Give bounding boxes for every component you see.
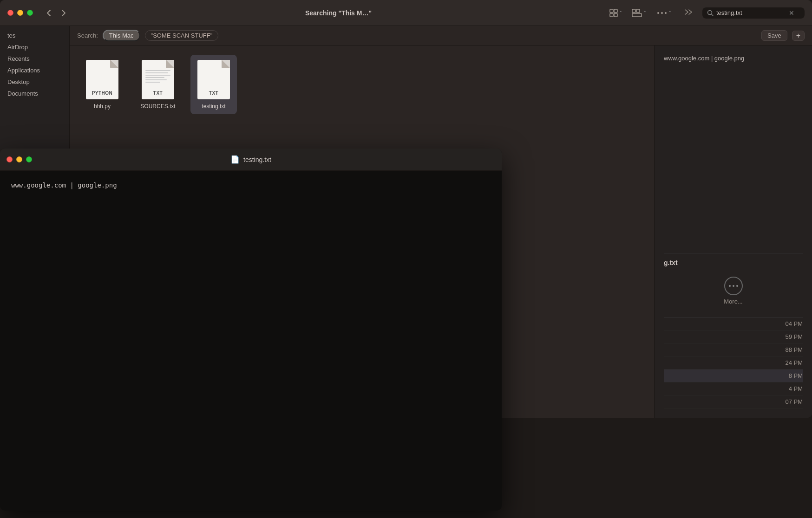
time-row-3: 24 PM [664, 356, 803, 369]
editor-content[interactable]: www.google.com | google.png [0, 171, 502, 511]
time-row-6: 07 PM [664, 395, 803, 408]
search-bar: ✕ [702, 7, 805, 19]
file-name-hhh: hhh.py [94, 103, 111, 110]
time-row-2: 88 PM [664, 343, 803, 356]
file-name-sources: SOURCES.txt [140, 103, 175, 110]
finder-window-title: Searching "This M…" [76, 9, 601, 17]
finder-close-button[interactable] [7, 10, 13, 16]
time-row-5: 4 PM [664, 382, 803, 395]
scope-add-button[interactable]: + [792, 31, 805, 41]
svg-point-11 [729, 285, 731, 287]
scope-this-mac-button[interactable]: This Mac [103, 30, 140, 41]
svg-rect-3 [614, 13, 617, 17]
finder-maximize-button[interactable] [27, 10, 33, 16]
search-clear-button[interactable]: ✕ [789, 9, 794, 17]
file-icon-hhh: PYTHON [84, 58, 121, 100]
editor-title: 📄 testing.txt [230, 155, 271, 164]
preview-lower: g.txt More... [664, 253, 803, 408]
search-icon [707, 10, 714, 16]
more-circle-icon [724, 277, 743, 295]
svg-point-13 [736, 285, 738, 287]
sidebar-item-airdrop[interactable]: AirDrop [0, 41, 69, 53]
sidebar-item-applications[interactable]: Applications [0, 65, 69, 76]
forward-all-button[interactable] [681, 7, 697, 19]
view-controls: ⌃ ⌃ ⌃ [607, 7, 675, 19]
more-chevron-icon: ⌃ [668, 10, 672, 15]
svg-rect-1 [614, 9, 617, 13]
file-icon-sources: TXT [139, 58, 177, 100]
icon-view-button[interactable]: ⌃ [607, 7, 625, 19]
editor-text: www.google.com | google.png [11, 180, 491, 190]
more-options-button[interactable]: ⌃ [653, 8, 675, 17]
text-editor-window: 📄 testing.txt www.google.com | google.pn… [0, 149, 502, 511]
gallery-view-button[interactable]: ⌃ [629, 7, 649, 19]
forward-button[interactable] [57, 6, 70, 19]
sidebar-item-documents[interactable]: Documents [0, 88, 69, 99]
preview-lower-filename: g.txt [664, 259, 803, 266]
time-list: 04 PM 59 PM 88 PM 24 PM 8 PM 4 PM 07 PM [664, 317, 803, 408]
view-chevron-icon: ⌃ [619, 10, 622, 15]
svg-rect-5 [636, 9, 640, 13]
preview-file-info: www.google.com | google.png [664, 55, 803, 62]
svg-point-12 [733, 285, 734, 287]
finder-minimize-button[interactable] [17, 10, 23, 16]
time-row-1: 59 PM [664, 330, 803, 343]
file-item-testing[interactable]: TXT testing.txt [190, 55, 237, 114]
editor-maximize-button[interactable] [26, 156, 32, 162]
svg-rect-4 [632, 9, 635, 13]
svg-rect-2 [610, 13, 613, 17]
svg-point-8 [661, 12, 663, 14]
back-button[interactable] [42, 6, 55, 19]
file-name-testing: testing.txt [202, 103, 225, 110]
svg-point-9 [665, 12, 667, 14]
editor-traffic-lights [7, 156, 32, 162]
sidebar-item-desktop[interactable]: Desktop [0, 76, 69, 88]
finder-traffic-lights [7, 10, 33, 16]
search-label: Search: [77, 32, 98, 39]
search-input[interactable] [716, 9, 786, 16]
finder-toolbar: Searching "This M…" ⌃ ⌃ [0, 0, 812, 26]
preview-more-button[interactable]: More... [664, 272, 803, 310]
doc-lines [145, 70, 170, 83]
search-scope-bar: Search: This Mac "SOME SCAN STUFF" Save … [70, 26, 812, 45]
editor-titlebar: 📄 testing.txt [0, 149, 502, 171]
time-row-0: 04 PM [664, 317, 803, 330]
svg-rect-6 [632, 13, 642, 17]
scope-folder-button[interactable]: "SOME SCAN STUFF" [145, 30, 219, 41]
sidebar-item-recents[interactable]: Recents [0, 53, 69, 65]
preview-panel: www.google.com | google.png g.txt [654, 45, 812, 418]
scope-save-button[interactable]: Save [761, 30, 787, 41]
file-icon-testing: TXT [195, 58, 232, 100]
editor-file-icon: 📄 [230, 155, 240, 164]
editor-filename: testing.txt [243, 156, 271, 163]
svg-point-7 [657, 12, 659, 14]
file-item-sources[interactable]: TXT SOURCES.txt [135, 55, 181, 114]
editor-minimize-button[interactable] [16, 156, 22, 162]
more-label: More... [724, 298, 742, 305]
file-item-hhh-py[interactable]: PYTHON hhh.py [79, 55, 125, 114]
sidebar-item-tes[interactable]: tes [0, 30, 69, 41]
gallery-chevron-icon: ⌃ [643, 10, 647, 15]
nav-buttons [42, 6, 70, 19]
svg-rect-0 [610, 9, 613, 13]
editor-close-button[interactable] [7, 156, 13, 162]
time-row-4: 8 PM [664, 369, 803, 382]
